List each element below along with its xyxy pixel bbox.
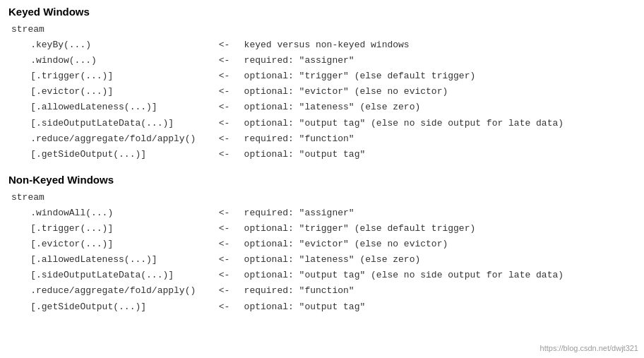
method-0-2: [.trigger(...)] [8, 68, 213, 84]
comment-0-1: required: "assigner" [233, 53, 354, 68]
arrow-0-0: <- [213, 37, 233, 53]
arrow-0-4: <- [213, 100, 233, 115]
comment-1-5: required: "function" [233, 283, 354, 299]
arrow-0-3: <- [213, 84, 233, 100]
comment-0-2: optional: "trigger" (else default trigge… [233, 68, 475, 84]
comment-0-6: required: "function" [233, 131, 354, 147]
section-title-0: Keyed Windows [8, 6, 636, 18]
method-1-1: [.trigger(...)] [8, 221, 213, 237]
method-0-3: [.evictor(...)] [8, 84, 213, 100]
method-0-0: .keyBy(...) [8, 37, 213, 53]
code-line-0-2: [.trigger(...)] <- optional: "trigger" (… [8, 68, 636, 84]
stream-label-0: stream [11, 22, 636, 37]
code-block-0: stream .keyBy(...) <- keyed versus non-k… [8, 22, 636, 162]
comment-1-3: optional: "lateness" (else zero) [233, 252, 420, 268]
watermark: https://blog.csdn.net/dwjt321 [540, 344, 638, 352]
method-1-2: [.evictor(...)] [8, 237, 213, 252]
comment-0-0: keyed versus non-keyed windows [233, 37, 410, 53]
arrow-1-5: <- [213, 283, 233, 299]
app-container: Keyed Windowsstream .keyBy(...) <- keyed… [8, 6, 636, 315]
method-1-0: .windowAll(...) [8, 205, 213, 221]
method-1-5: .reduce/aggregate/fold/apply() [8, 283, 213, 299]
comment-0-3: optional: "evictor" (else no evictor) [233, 84, 448, 100]
method-0-4: [.allowedLateness(...)] [8, 100, 213, 115]
method-1-4: [.sideOutputLateData(...)] [8, 268, 213, 283]
arrow-1-0: <- [213, 205, 233, 221]
section-title-1: Non-Keyed Windows [8, 174, 636, 186]
code-line-0-6: .reduce/aggregate/fold/apply() <- requir… [8, 131, 636, 147]
code-line-1-6: [.getSideOutput(...)] <- optional: "outp… [8, 299, 636, 315]
code-line-0-4: [.allowedLateness(...)] <- optional: "la… [8, 100, 636, 115]
comment-1-1: optional: "trigger" (else default trigge… [233, 221, 475, 237]
comment-1-0: required: "assigner" [233, 205, 354, 221]
arrow-0-2: <- [213, 68, 233, 84]
comment-0-4: optional: "lateness" (else zero) [233, 100, 420, 115]
method-0-7: [.getSideOutput(...)] [8, 147, 213, 162]
arrow-0-5: <- [213, 116, 233, 131]
method-1-3: [.allowedLateness(...)] [8, 252, 213, 268]
comment-0-5: optional: "output tag" (else no side out… [233, 116, 564, 131]
arrow-1-4: <- [213, 268, 233, 283]
code-line-0-0: .keyBy(...) <- keyed versus non-keyed wi… [8, 37, 636, 53]
method-0-5: [.sideOutputLateData(...)] [8, 116, 213, 131]
arrow-1-2: <- [213, 237, 233, 252]
method-1-6: [.getSideOutput(...)] [8, 299, 213, 315]
comment-0-7: optional: "output tag" [233, 147, 365, 162]
stream-label-1: stream [11, 190, 636, 205]
code-line-0-5: [.sideOutputLateData(...)] <- optional: … [8, 116, 636, 131]
arrow-1-3: <- [213, 252, 233, 268]
arrow-1-1: <- [213, 221, 233, 237]
arrow-1-6: <- [213, 299, 233, 315]
comment-1-6: optional: "output tag" [233, 299, 365, 315]
code-line-1-5: .reduce/aggregate/fold/apply() <- requir… [8, 283, 636, 299]
code-line-1-1: [.trigger(...)] <- optional: "trigger" (… [8, 221, 636, 237]
comment-1-4: optional: "output tag" (else no side out… [233, 268, 564, 283]
code-line-1-2: [.evictor(...)] <- optional: "evictor" (… [8, 237, 636, 252]
arrow-0-7: <- [213, 147, 233, 162]
code-block-1: stream .windowAll(...) <- required: "ass… [8, 190, 636, 315]
code-line-0-7: [.getSideOutput(...)] <- optional: "outp… [8, 147, 636, 162]
code-line-1-4: [.sideOutputLateData(...)] <- optional: … [8, 268, 636, 283]
code-line-1-0: .windowAll(...) <- required: "assigner" [8, 205, 636, 221]
code-line-0-3: [.evictor(...)] <- optional: "evictor" (… [8, 84, 636, 100]
arrow-0-1: <- [213, 53, 233, 68]
method-0-1: .window(...) [8, 53, 213, 68]
method-0-6: .reduce/aggregate/fold/apply() [8, 131, 213, 147]
arrow-0-6: <- [213, 131, 233, 147]
code-line-1-3: [.allowedLateness(...)] <- optional: "la… [8, 252, 636, 268]
code-line-0-1: .window(...) <- required: "assigner" [8, 53, 636, 68]
comment-1-2: optional: "evictor" (else no evictor) [233, 237, 448, 252]
